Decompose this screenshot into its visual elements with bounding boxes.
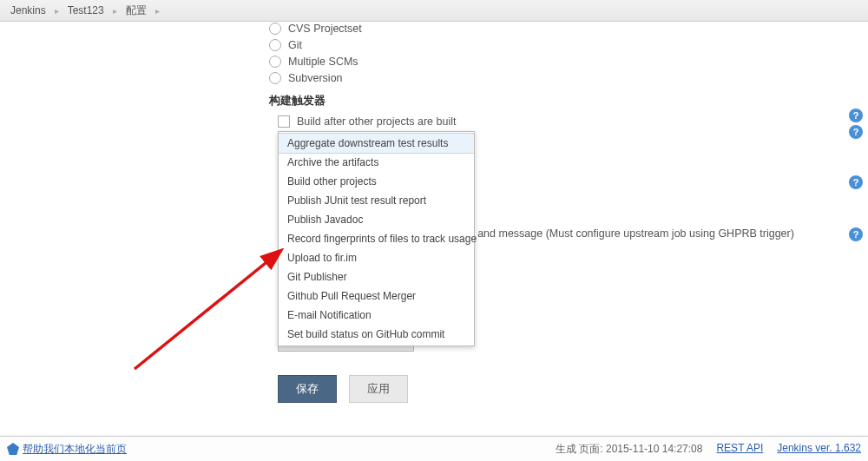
menu-item[interactable]: Set build status on GitHub commit (279, 325, 474, 344)
jenkins-version-link[interactable]: Jenkins ver. 1.632 (777, 442, 861, 457)
menu-item[interactable]: Record fingerprints of files to track us… (279, 229, 474, 248)
breadcrumb: Jenkins ▸ Test123 ▸ 配置 ▸ (0, 0, 868, 22)
scm-option-label: Multiple SCMs (288, 56, 358, 68)
breadcrumb-item-jenkins[interactable]: Jenkins (7, 4, 49, 16)
radio-icon (269, 23, 281, 35)
scm-option-label: CVS Projectset (288, 23, 362, 35)
radio-icon (269, 72, 281, 84)
help-icon[interactable]: ? (849, 109, 863, 122)
chevron-right-icon: ▸ (108, 6, 122, 16)
chevron-right-icon: ▸ (49, 6, 64, 16)
trigger-option-label: Build after other projects are built (297, 115, 456, 128)
radio-icon (269, 39, 281, 51)
post-build-action-menu: Aggregate downstream test results Archiv… (278, 131, 475, 346)
breadcrumb-item-project[interactable]: Test123 (64, 4, 108, 16)
scm-option-label: Git (288, 39, 302, 51)
menu-item[interactable]: Build other projects (279, 172, 474, 191)
menu-item[interactable]: Github Pull Request Merger (279, 286, 474, 306)
scm-option[interactable]: Subversion (269, 70, 868, 86)
section-heading-triggers: 构建触发器 (269, 93, 868, 109)
help-localize-link[interactable]: 帮助我们本地化当前页 (23, 442, 127, 457)
help-icon[interactable]: ? (849, 125, 863, 139)
page-generated-timestamp: 生成 页面: 2015-11-10 14:27:08 (556, 442, 702, 457)
checkbox-icon (278, 115, 290, 128)
menu-item[interactable]: Aggregate downstream test results (279, 133, 474, 154)
save-button[interactable]: 保存 (278, 375, 337, 403)
scm-option[interactable]: Git (269, 37, 868, 53)
menu-item-upload-firim[interactable]: Upload to fir.im (279, 248, 474, 267)
menu-item[interactable]: Publish Javadoc (279, 210, 474, 229)
scm-option[interactable]: Multiple SCMs (269, 54, 868, 69)
menu-item[interactable]: Git Publisher (279, 267, 474, 286)
radio-icon (269, 56, 281, 68)
globe-icon (7, 443, 19, 455)
page-footer: 帮助我们本地化当前页 生成 页面: 2015-11-10 14:27:08 RE… (0, 436, 868, 461)
help-icon[interactable]: ? (849, 175, 863, 189)
apply-button[interactable]: 应用 (349, 375, 408, 403)
obscured-option-text: ext and message (Must configure upstream… (460, 227, 794, 240)
help-icon[interactable]: ? (849, 227, 863, 241)
chevron-right-icon: ▸ (150, 6, 165, 16)
svg-line-1 (135, 252, 279, 369)
form-buttons: 保存 应用 (278, 375, 408, 403)
scm-option[interactable]: CVS Projectset (269, 21, 868, 36)
rest-api-link[interactable]: REST API (716, 442, 763, 457)
menu-item[interactable]: E-mail Notification (279, 306, 474, 325)
menu-item[interactable]: Publish JUnit test result report (279, 191, 474, 210)
scm-option-label: Subversion (288, 72, 343, 84)
trigger-option[interactable]: Build after other projects are built (278, 114, 868, 129)
menu-item[interactable]: Archive the artifacts (279, 153, 474, 172)
breadcrumb-item-page[interactable]: 配置 (122, 3, 150, 18)
